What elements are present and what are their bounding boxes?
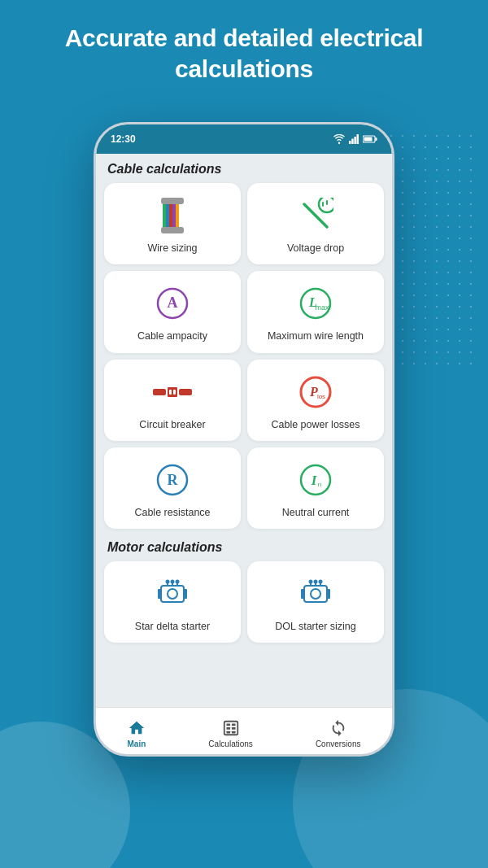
circuit-breaker-icon: [153, 373, 192, 412]
cable-resistance-icon: R: [153, 460, 192, 499]
dol-starter-card[interactable]: DOL starter sizing: [247, 561, 384, 643]
cable-resistance-label: Cable resistance: [134, 506, 210, 519]
svg-rect-59: [226, 727, 230, 730]
cable-power-losses-card[interactable]: P los Cable power losses: [247, 360, 384, 441]
svg-rect-60: [231, 727, 235, 730]
page-title: Accurate and detailed electrical calcula…: [0, 0, 488, 100]
max-wire-length-card[interactable]: L max Maximum wire length: [247, 271, 384, 352]
wifi-icon: [333, 134, 345, 144]
svg-text:A: A: [168, 294, 178, 311]
section-motor-label: Motor calculations: [104, 532, 384, 561]
svg-rect-1: [351, 139, 354, 145]
svg-text:max: max: [315, 303, 329, 312]
max-wire-length-icon: L max: [296, 284, 335, 323]
status-icons: [333, 134, 377, 144]
svg-point-44: [171, 580, 175, 584]
cable-ampacity-icon: A: [153, 284, 192, 323]
svg-rect-38: [158, 589, 161, 599]
status-bar: 12:30: [96, 124, 392, 154]
nav-main[interactable]: Main: [118, 716, 156, 752]
svg-rect-39: [184, 589, 187, 599]
svg-rect-3: [357, 134, 359, 144]
wire-sizing-icon: [153, 196, 192, 235]
svg-rect-27: [173, 390, 176, 395]
neutral-current-card[interactable]: I n Neutral current: [247, 447, 384, 529]
phone-mockup: 12:30 Ca: [94, 122, 394, 757]
star-delta-label: Star delta starter: [135, 620, 210, 633]
nav-conversions-label: Conversions: [316, 739, 361, 748]
wire-sizing-label: Wire sizing: [147, 242, 197, 255]
cable-resistance-card[interactable]: R Cable resistance: [104, 447, 241, 529]
battery-icon: [363, 135, 377, 143]
cable-card-grid: Wire sizing Voltage drop: [104, 183, 384, 529]
svg-rect-23: [153, 389, 166, 395]
svg-text:n: n: [318, 481, 321, 488]
convert-icon: [329, 719, 347, 737]
circuit-breaker-card[interactable]: Circuit breaker: [104, 360, 241, 441]
svg-point-55: [319, 580, 323, 584]
svg-rect-24: [179, 389, 192, 395]
svg-rect-58: [231, 723, 235, 726]
neutral-current-icon: I n: [296, 460, 335, 499]
svg-rect-13: [161, 227, 184, 233]
svg-rect-2: [354, 137, 356, 144]
svg-line-14: [304, 204, 327, 227]
section-cable-label: Cable calculations: [104, 154, 384, 183]
calc-icon: [222, 719, 240, 737]
svg-rect-6: [376, 137, 377, 141]
nav-calculations[interactable]: Calculations: [198, 716, 262, 752]
motor-card-grid: Star delta starter: [104, 561, 384, 643]
nav-calculations-label: Calculations: [208, 739, 252, 748]
svg-rect-62: [231, 731, 235, 733]
svg-text:R: R: [168, 472, 179, 488]
nav-main-label: Main: [128, 739, 146, 748]
wire-sizing-card[interactable]: Wire sizing: [104, 183, 241, 264]
svg-rect-25: [168, 387, 177, 397]
svg-point-37: [168, 589, 177, 599]
bottom-nav: Main Calculations Conversions: [96, 707, 392, 757]
svg-rect-5: [364, 137, 373, 142]
signal-icon: [349, 134, 359, 144]
svg-text:I: I: [311, 473, 318, 488]
circuit-breaker-label: Circuit breaker: [139, 418, 205, 431]
svg-rect-26: [169, 390, 172, 395]
svg-rect-0: [349, 141, 351, 144]
svg-rect-56: [224, 721, 237, 735]
max-wire-length-label: Maximum wire length: [268, 329, 364, 342]
svg-rect-57: [226, 723, 230, 726]
svg-point-15: [319, 198, 333, 212]
star-delta-card[interactable]: Star delta starter: [104, 561, 241, 643]
svg-point-43: [166, 580, 170, 584]
neutral-current-label: Neutral current: [282, 506, 350, 519]
phone-content[interactable]: Cable calculations Wire sizi: [96, 154, 392, 707]
voltage-drop-label: Voltage drop: [287, 242, 344, 255]
dol-starter-label: DOL starter sizing: [275, 620, 356, 633]
cable-power-losses-label: Cable power losses: [271, 418, 359, 431]
cable-ampacity-label: Cable ampacity: [137, 329, 207, 342]
star-delta-icon: [153, 574, 192, 613]
voltage-drop-card[interactable]: Voltage drop: [247, 183, 384, 264]
svg-point-47: [311, 589, 320, 599]
home-icon: [128, 719, 146, 737]
svg-point-54: [314, 580, 318, 584]
svg-text:los: los: [317, 393, 325, 400]
svg-rect-61: [226, 731, 230, 733]
nav-conversions[interactable]: Conversions: [306, 716, 371, 752]
dol-starter-icon: [296, 574, 335, 613]
svg-rect-12: [161, 198, 184, 204]
cable-power-losses-icon: P los: [296, 373, 335, 412]
voltage-drop-icon: [296, 196, 335, 235]
cable-ampacity-card[interactable]: A Cable ampacity: [104, 271, 241, 352]
svg-rect-48: [301, 589, 304, 599]
status-time: 12:30: [111, 133, 136, 145]
svg-point-45: [176, 580, 180, 584]
svg-rect-49: [327, 589, 330, 599]
svg-point-53: [309, 580, 313, 584]
